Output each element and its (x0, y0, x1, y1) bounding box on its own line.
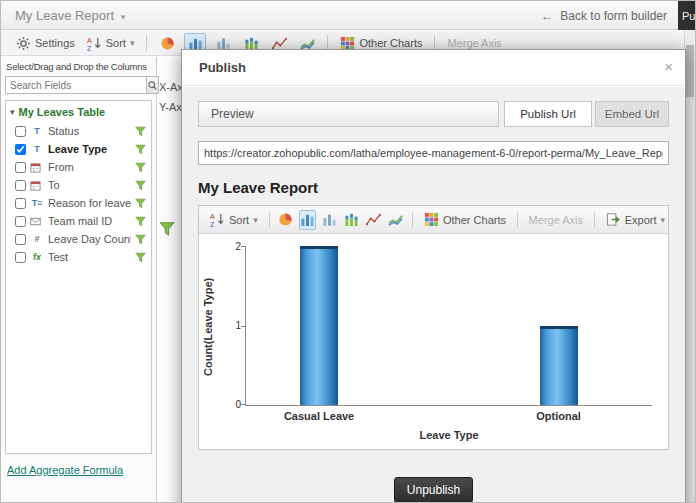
scrollbar-thumb[interactable] (686, 45, 694, 97)
field-label: From (48, 161, 74, 173)
tab-embed-url[interactable]: Embed Url (595, 101, 669, 127)
field-row-to[interactable]: To (6, 176, 151, 194)
search-fields-input[interactable] (5, 76, 147, 94)
search-fields (5, 76, 152, 94)
sort-button[interactable]: Sort ▾ (207, 210, 261, 229)
field-label: To (48, 179, 60, 191)
filter-funnel-icon[interactable] (135, 234, 146, 245)
bar-casual-leave[interactable] (300, 246, 338, 405)
field-checkbox[interactable] (15, 180, 26, 191)
caret-down-icon: ▾ (121, 12, 126, 22)
stacked-chart-icon (344, 212, 359, 227)
chart-panel: Sort ▾ (198, 205, 669, 450)
publish-button-label: Publish (682, 10, 695, 22)
field-row-from[interactable]: From (6, 158, 151, 176)
sort-label: Sort (229, 214, 249, 226)
preview-button[interactable]: Preview (198, 101, 499, 127)
field-checkbox[interactable] (15, 234, 26, 245)
table-node[interactable]: ▾ My Leaves Table (6, 101, 151, 122)
bar-chart: Count(Leave Type) 2 1 0 Casual Leave Opt… (199, 234, 668, 450)
y-tick-mark (241, 246, 245, 247)
field-label: Leave Type (48, 143, 107, 155)
field-row-reason[interactable]: T≡ Reason for leave (6, 194, 151, 212)
sort-button[interactable]: Sort ▾ (84, 34, 138, 53)
field-checkbox[interactable] (15, 126, 26, 137)
filter-funnel-icon[interactable] (135, 162, 146, 173)
y-tick-label: 1 (229, 320, 241, 331)
filter-funnel-icon[interactable] (135, 216, 146, 227)
unpublish-button[interactable]: Unpublish (394, 477, 473, 503)
pie-chart-button[interactable] (156, 33, 178, 53)
field-row-leave-type[interactable]: T Leave Type (6, 140, 151, 158)
columns-sidebar: Select/Drag and Drop the Columns ▾ My Le… (1, 57, 157, 502)
date-field-icon (30, 162, 44, 173)
bar-optional[interactable] (540, 326, 578, 406)
other-charts-label: Other Charts (359, 37, 422, 49)
formula-field-icon: fx (30, 252, 44, 262)
dialog-title: Publish (199, 60, 246, 75)
y-tick-mark (241, 326, 245, 327)
caret-down-icon: ▾ (253, 215, 258, 225)
field-label: Team mail ID (48, 215, 112, 227)
field-checkbox[interactable] (15, 144, 26, 155)
field-checkbox[interactable] (15, 162, 26, 173)
line-chart-icon (366, 212, 381, 227)
separator (146, 35, 147, 51)
field-label: Reason for leave (48, 197, 131, 209)
dialog-body: Preview Publish Url Embed Url My Leave R… (182, 87, 685, 503)
multiline-field-icon: T≡ (30, 198, 44, 208)
export-icon (606, 212, 621, 227)
field-label: Status (48, 125, 79, 137)
filter-funnel-icon[interactable] (159, 221, 175, 237)
settings-label: Settings (35, 37, 75, 49)
field-row-test[interactable]: fx Test (6, 248, 151, 266)
email-field-icon (30, 216, 44, 227)
multi-line-chart-icon (388, 212, 403, 227)
dialog-footer: Unpublish (198, 477, 669, 503)
field-row-team-mail[interactable]: Team mail ID (6, 212, 151, 230)
publish-url-input[interactable] (198, 141, 669, 165)
merge-axis-label: Merge Axis (447, 37, 501, 49)
filter-funnel-icon[interactable] (135, 126, 146, 137)
filter-funnel-icon[interactable] (135, 180, 146, 191)
text-field-icon: T (30, 126, 44, 136)
filter-funnel-icon[interactable] (135, 252, 146, 263)
filter-funnel-icon[interactable] (135, 144, 146, 155)
bar-chart-button[interactable] (299, 210, 316, 230)
number-field-icon: # (30, 234, 44, 244)
close-icon[interactable]: × (664, 58, 673, 75)
y-tick-mark (241, 404, 245, 405)
tab-publish-url[interactable]: Publish Url (504, 101, 592, 127)
pie-chart-icon (160, 36, 175, 51)
filter-funnel-icon[interactable] (135, 198, 146, 209)
field-checkbox[interactable] (15, 252, 26, 263)
line-chart-button[interactable] (365, 210, 382, 230)
export-button[interactable]: Export ▾ (603, 210, 668, 229)
search-button[interactable] (147, 76, 159, 94)
other-charts-label: Other Charts (443, 214, 506, 226)
x-category-label: Optional (536, 410, 581, 422)
pie-chart-button[interactable] (277, 210, 294, 230)
bar-chart-icon (300, 212, 315, 227)
chart-grid-icon (424, 212, 439, 227)
separator (269, 212, 270, 228)
chart-toolbar: Sort ▾ (199, 206, 668, 234)
report-title-dropdown[interactable]: My Leave Report ▾ (15, 8, 125, 23)
multi-line-chart-button[interactable] (387, 210, 404, 230)
x-axis-title: Leave Type (419, 429, 478, 441)
settings-button[interactable]: Settings (13, 34, 78, 53)
tree-expand-icon[interactable]: ▾ (10, 107, 15, 117)
app-window: My Leave Report ▾ ← Back to form builder… (0, 0, 696, 503)
back-to-form-builder-link[interactable]: ← Back to form builder (541, 9, 667, 23)
field-label: Test (48, 251, 68, 263)
other-charts-button[interactable]: Other Charts (421, 210, 509, 229)
caret-down-icon: ▾ (130, 38, 135, 48)
cylinder-chart-button[interactable] (321, 210, 338, 230)
field-row-leave-day-counts[interactable]: # Leave Day Counts (6, 230, 151, 248)
publish-button[interactable]: Publish (678, 1, 695, 30)
field-checkbox[interactable] (15, 198, 26, 209)
field-row-status[interactable]: T Status (6, 122, 151, 140)
stacked-chart-button[interactable] (343, 210, 360, 230)
field-checkbox[interactable] (15, 216, 26, 227)
add-aggregate-formula-link[interactable]: Add Aggregate Formula (7, 464, 123, 476)
